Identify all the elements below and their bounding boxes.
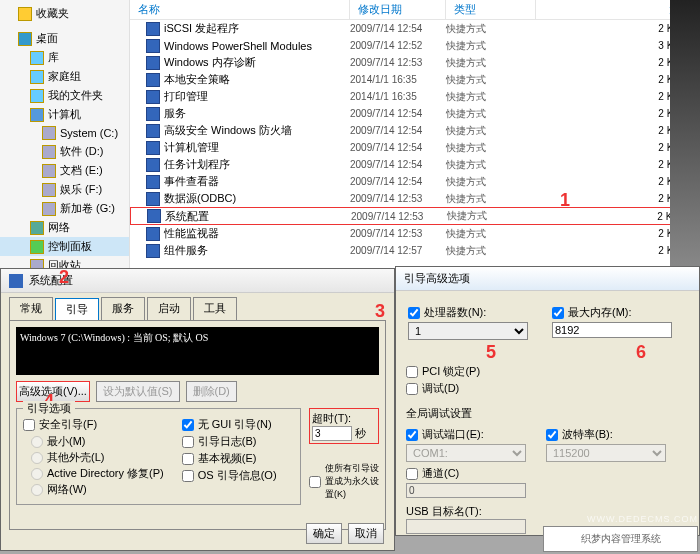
computer-icon <box>30 108 44 122</box>
nav-sidebar: 收藏夹 桌面 库 家庭组 我的文件夹 计算机 System (C:) 软件 (D… <box>0 0 130 268</box>
header-date[interactable]: 修改日期 <box>350 0 446 19</box>
tab-startup[interactable]: 启动 <box>147 297 191 320</box>
cpu-select[interactable]: 1 <box>408 322 528 340</box>
safe-boot-check[interactable]: 安全引导(F) <box>23 417 172 432</box>
port-select: COM1: <box>406 444 526 462</box>
file-icon <box>146 39 160 53</box>
adv-body: 处理器数(N): 1 最大内存(M): 5 6 PCI 锁定(P) 调试(D) … <box>396 291 699 544</box>
file-row[interactable]: 服务2009/7/14 12:54快捷方式2 KB <box>130 105 700 122</box>
sidebar-drive-f[interactable]: 娱乐 (F:) <box>0 180 129 199</box>
sidebar-computer[interactable]: 计算机 <box>0 105 129 124</box>
drive-icon <box>42 164 56 178</box>
explorer-window: 收藏夹 桌面 库 家庭组 我的文件夹 计算机 System (C:) 软件 (D… <box>0 0 700 268</box>
baud-select: 115200 <box>546 444 666 462</box>
boot-entries[interactable]: Windows 7 (C:\Windows) : 当前 OS; 默认 OS <box>16 327 379 375</box>
network-icon <box>30 221 44 235</box>
mem-input[interactable] <box>552 322 672 338</box>
watermark-url: WWW.DEDECMS.COM <box>587 514 698 524</box>
sidebar-drive-c[interactable]: System (C:) <box>0 124 129 142</box>
basevid-check[interactable]: 基本视频(E) <box>182 451 277 466</box>
channel-input <box>406 483 526 498</box>
timeout-panel: 超时(T): 秒 3 使所有引导设置成为永久设置(K) <box>309 408 379 505</box>
msconfig-icon <box>9 274 23 288</box>
annotation-6: 6 <box>636 342 646 363</box>
nogui-check[interactable]: 无 GUI 引导(N) <box>182 417 277 432</box>
adv-titlebar[interactable]: 引导高级选项 <box>396 267 699 291</box>
network-radio[interactable]: 网络(W) <box>31 482 164 497</box>
bootlog-check[interactable]: 引导日志(B) <box>182 434 277 449</box>
file-row[interactable]: 系统配置2009/7/14 12:53快捷方式2 KB <box>130 207 700 225</box>
file-row[interactable]: Windows PowerShell Modules2009/7/14 12:5… <box>130 37 700 54</box>
usb-input <box>406 519 526 534</box>
file-row[interactable]: 数据源(ODBC)2009/7/14 12:53快捷方式2 KB <box>130 190 700 207</box>
control-panel-icon <box>30 240 44 254</box>
file-row[interactable]: Windows 内存诊断2009/7/14 12:53快捷方式2 KB <box>130 54 700 71</box>
ad-radio[interactable]: Active Directory 修复(P) <box>31 466 164 481</box>
debug-check[interactable]: 调试(D) <box>406 381 689 396</box>
boot-options-group: 引导选项 安全引导(F) 最小(M) 其他外壳(L) Active Direct… <box>16 408 301 505</box>
msconfig-dialog: 系统配置 常规 引导 服务 启动 工具 2 Windows 7 (C:\Wind… <box>0 268 395 551</box>
dialog-buttons: 确定 取消 <box>306 523 384 544</box>
sidebar-network[interactable]: 网络 <box>0 218 129 237</box>
file-list: 名称 修改日期 类型 大小 iSCSI 发起程序2009/7/14 12:54快… <box>130 0 700 268</box>
tab-general[interactable]: 常规 <box>9 297 53 320</box>
file-row[interactable]: iSCSI 发起程序2009/7/14 12:54快捷方式2 KB <box>130 20 700 37</box>
sidebar-homegroup[interactable]: 家庭组 <box>0 67 129 86</box>
tab-services[interactable]: 服务 <box>101 297 145 320</box>
ok-button[interactable]: 确定 <box>306 523 342 544</box>
set-default-button: 设为默认值(S) <box>96 381 180 402</box>
file-icon <box>146 124 160 138</box>
pci-check[interactable]: PCI 锁定(P) <box>406 364 689 379</box>
header-name[interactable]: 名称 <box>130 0 350 19</box>
desktop-icon <box>18 32 32 46</box>
file-row[interactable]: 高级安全 Windows 防火墙2009/7/14 12:54快捷方式2 KB <box>130 122 700 139</box>
osinfo-check[interactable]: OS 引导信息(O) <box>182 468 277 483</box>
sidebar-control-panel[interactable]: 控制面板 <box>0 237 129 256</box>
mem-check[interactable]: 最大内存(M): <box>552 305 672 320</box>
port-check[interactable]: 调试端口(E): <box>406 427 526 442</box>
drive-icon <box>42 202 56 216</box>
cpu-block: 处理器数(N): 1 <box>406 301 530 342</box>
channel-check[interactable]: 通道(C) <box>406 466 689 481</box>
sidebar-drive-d[interactable]: 软件 (D:) <box>0 142 129 161</box>
drive-icon <box>42 126 56 140</box>
file-icon <box>147 209 161 223</box>
sidebar-desktop[interactable]: 桌面 <box>0 29 129 48</box>
persist-check[interactable]: 使所有引导设置成为永久设置(K) <box>309 462 379 501</box>
sidebar-libraries[interactable]: 库 <box>0 48 129 67</box>
cpu-check[interactable]: 处理器数(N): <box>408 305 528 320</box>
boot-button-row: 高级选项(V)... 设为默认值(S) 删除(D) <box>16 381 379 402</box>
annotation-3: 3 <box>375 301 385 322</box>
sidebar-drive-g[interactable]: 新加卷 (G:) <box>0 199 129 218</box>
file-icon <box>146 227 160 241</box>
file-row[interactable]: 任务计划程序2009/7/14 12:54快捷方式2 KB <box>130 156 700 173</box>
file-icon <box>146 22 160 36</box>
baud-check[interactable]: 波特率(B): <box>546 427 666 442</box>
file-row[interactable]: 本地安全策略2014/1/1 16:35快捷方式2 KB <box>130 71 700 88</box>
file-row[interactable]: 性能监视器2009/7/14 12:53快捷方式2 KB <box>130 225 700 242</box>
header-type[interactable]: 类型 <box>446 0 536 19</box>
file-row[interactable]: 计算机管理2009/7/14 12:54快捷方式2 KB <box>130 139 700 156</box>
tab-bar: 常规 引导 服务 启动 工具 2 <box>1 293 394 320</box>
star-icon <box>18 7 32 21</box>
drive-icon <box>42 183 56 197</box>
sidebar-favorites[interactable]: 收藏夹 <box>0 4 129 23</box>
sidebar-myfolder[interactable]: 我的文件夹 <box>0 86 129 105</box>
timeout-input[interactable] <box>312 426 352 441</box>
file-icon <box>146 90 160 104</box>
boot-options-legend: 引导选项 <box>23 401 75 416</box>
file-row[interactable]: 打印管理2014/1/1 16:35快捷方式2 KB <box>130 88 700 105</box>
right-edge-decor <box>670 0 700 268</box>
sidebar-drive-e[interactable]: 文档 (E:) <box>0 161 129 180</box>
tab-tools[interactable]: 工具 <box>193 297 237 320</box>
annotation-1: 1 <box>560 190 570 211</box>
recycle-icon <box>30 259 44 269</box>
min-radio[interactable]: 最小(M) <box>31 434 164 449</box>
altshell-radio[interactable]: 其他外壳(L) <box>31 450 164 465</box>
file-row[interactable]: 事件查看器2009/7/14 12:54快捷方式2 KB <box>130 173 700 190</box>
cancel-button[interactable]: 取消 <box>348 523 384 544</box>
column-headers: 名称 修改日期 类型 大小 <box>130 0 700 20</box>
tab-boot[interactable]: 引导 <box>55 298 99 321</box>
file-row[interactable]: 组件服务2009/7/14 12:57快捷方式2 KB <box>130 242 700 259</box>
advanced-boot-dialog: 引导高级选项 处理器数(N): 1 最大内存(M): 5 6 PCI 锁定(P)… <box>395 266 700 536</box>
